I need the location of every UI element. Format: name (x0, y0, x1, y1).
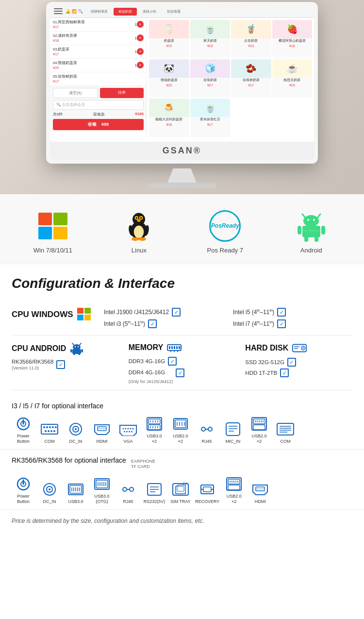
svg-point-1 (134, 225, 144, 238)
pos-monitor: 🔔📶🔍 招牌鲜果茶 精选奶茶 美味小吃 饮饮辣通 01.周至西柚鲜果茶¥17 (46, 2, 318, 164)
check-j1900 (172, 308, 181, 317)
svg-point-31 (78, 346, 79, 347)
svg-rect-39 (171, 346, 173, 349)
svg-point-7 (137, 219, 141, 222)
svg-point-58 (55, 426, 57, 428)
iface-hdmi: HDMI (90, 421, 114, 444)
svg-point-8 (132, 237, 139, 240)
svg-point-79 (129, 431, 130, 432)
tab-4[interactable]: 饮饮辣通 (162, 8, 185, 16)
rk-dcin-label: DC_IN (43, 499, 56, 504)
rk-usb3-label: USB3.0 (68, 499, 83, 504)
rk-rj45-label: RJ45 (123, 499, 133, 504)
check-ssd (287, 358, 296, 367)
rj45-icon (199, 422, 214, 436)
rk-rj45-icon (121, 482, 135, 497)
svg-point-48 (302, 348, 304, 349)
svg-rect-107 (253, 425, 265, 430)
svg-point-61 (50, 430, 52, 432)
hard-disk-label: HARD DISK (245, 344, 288, 352)
svg-point-65 (75, 428, 77, 430)
check-i5 (277, 308, 286, 317)
iface-dcin: DC_IN (64, 421, 87, 444)
svg-rect-32 (72, 349, 81, 354)
cpu-android-col: CPU ANDROID RK3566/RK3568(Vers (12, 342, 119, 370)
dcin-icon (69, 421, 83, 437)
svg-rect-149 (203, 487, 211, 492)
android-icon (296, 210, 327, 242)
spec-i3: Intel i3 (5th–11th) (104, 320, 145, 327)
mic-label: MIC_IN (226, 439, 241, 444)
member-field[interactable]: 🔍 点击选择会员 (53, 100, 144, 110)
svg-rect-19 (321, 226, 325, 234)
memory-col: MEMORY DDR3 4G-16G (129, 342, 236, 387)
com-icon-1 (41, 422, 58, 436)
windows-icon (38, 213, 67, 239)
svg-rect-53 (41, 424, 58, 434)
svg-rect-154 (228, 485, 240, 490)
usb3-icon (146, 417, 163, 431)
rk-icons-row: PowerButton DC_IN (12, 476, 352, 504)
rk-spec-text: RK3566/RK3568(Version 11.0) (12, 359, 53, 370)
svg-point-56 (49, 426, 51, 428)
usb2-icon-b (251, 417, 267, 431)
svg-point-59 (45, 430, 47, 432)
check-ddr4 (176, 368, 184, 377)
hard-disk-col: HARD DISK SSD 32G-512G HDD 1T-2TB (245, 342, 352, 379)
iface-vga: VGA (116, 421, 140, 444)
svg-rect-41 (176, 346, 178, 349)
clear-btn[interactable]: 清空(5) (53, 88, 98, 98)
svg-point-55 (46, 426, 48, 428)
rk-usb3-icon (67, 482, 84, 497)
usb2b-label: USB2.0×2 (251, 434, 266, 444)
svg-point-9 (139, 237, 146, 240)
hang-btn[interactable]: 挂单 (100, 88, 144, 98)
ssd-spec: SSD 32G-512G (245, 359, 284, 365)
rk-interface-section: RK3566/RK3568 for optional interface EAR… (0, 450, 364, 510)
windows-label: Win 7/8/10/11 (33, 247, 72, 254)
hdmi-icon (94, 422, 110, 436)
power-label: PowerButton (17, 434, 30, 444)
vga-label: VGA (123, 439, 132, 444)
iface-com1: COM (38, 421, 61, 444)
order-item-1: 01.周至西柚鲜果茶¥17 1 × (50, 18, 147, 32)
rk-power-icon (16, 476, 31, 492)
rk-usb3-otg-label: USB3.0(OTG) (94, 494, 109, 504)
rk-power: PowerButton (12, 476, 35, 504)
checkout-btn[interactable]: 收银 ¥88 (53, 119, 144, 130)
svg-point-80 (131, 431, 132, 432)
svg-rect-18 (298, 226, 301, 234)
cpu-windows-row: CPU WINDOWS Intel J1900 /J4125/J6412 Int… (12, 301, 352, 335)
order-item-4: 04.熊猫奶盖茶¥20 1 × (50, 59, 147, 72)
monitor-base (148, 183, 216, 188)
tab-2[interactable]: 精选奶茶 (114, 8, 137, 16)
footer-note: Price is determined by the size, configu… (0, 510, 364, 532)
recovery-icon (199, 482, 215, 497)
ddr4-spec: DDR4 4G-16G (129, 369, 165, 375)
svg-rect-25 (77, 315, 83, 320)
pos-screen: 🔔📶🔍 招牌鲜果茶 精选奶茶 美味小吃 饮饮辣通 01.周至西柚鲜果茶¥17 (50, 6, 314, 142)
memory-label: MEMORY (129, 343, 163, 352)
svg-rect-20 (304, 237, 308, 242)
rk-hdmi-icon (252, 482, 268, 497)
svg-rect-145 (177, 486, 184, 491)
tab-1[interactable]: 招牌鲜果茶 (86, 8, 113, 16)
rk-hdmi-label: HDMI (255, 499, 266, 504)
order-item-3: 03.奶盖茶¥17 1 × (50, 45, 147, 59)
svg-rect-21 (314, 237, 318, 242)
mic-icon (224, 422, 242, 436)
cpu-windows-specs: Intel J1900 /J4125/J6412 Intel i5 (4th–1… (104, 308, 352, 328)
config-title: Configuration & Interface (12, 276, 352, 291)
tab-3[interactable]: 美味小吃 (138, 8, 161, 16)
iface-rj45: RJ45 (195, 421, 218, 444)
svg-point-75 (130, 428, 132, 429)
spec-i7: Intel i7 (4th–11th) (233, 320, 274, 327)
svg-rect-36 (78, 353, 80, 355)
svg-point-98 (201, 427, 205, 431)
i3-icons-row: PowerButton COM (12, 416, 352, 444)
iface-com2: COM (274, 421, 297, 444)
windows-small-icon (77, 308, 92, 321)
memory-icon (167, 342, 182, 353)
com-icon-2 (277, 422, 294, 436)
svg-rect-42 (179, 346, 180, 349)
